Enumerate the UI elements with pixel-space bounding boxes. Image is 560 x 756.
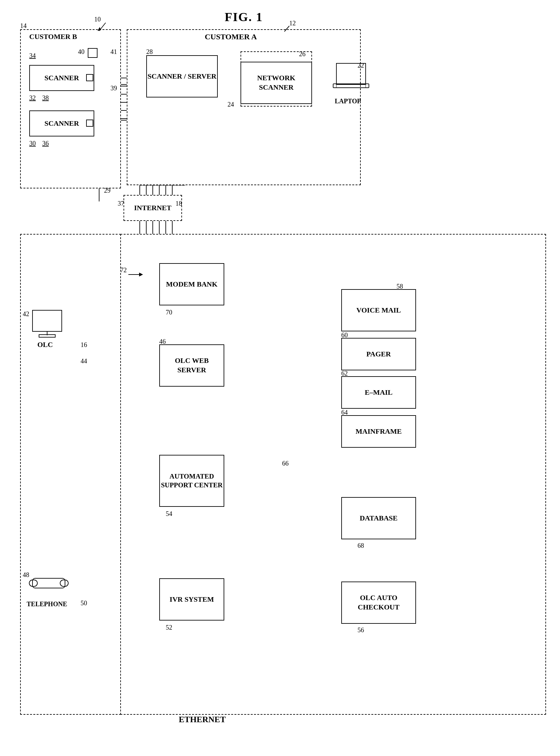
voice-mail-box: VOICE MAIL [341, 289, 416, 331]
ref-36: 36 [42, 140, 49, 147]
olc-web-server-label: OLC WEB SERVER [160, 356, 224, 374]
scanner1-box: SCANNER [29, 65, 94, 91]
svg-marker-46 [98, 27, 101, 31]
ref-68: 68 [358, 542, 364, 549]
ref-72: 72 [120, 266, 127, 274]
diagram: FIG. 1 CUSTOMER B 14 10 SCANNER 32 38 SC… [0, 0, 560, 756]
ethernet-label: ETHERNET [179, 715, 226, 724]
scanner-server-box: SCANNER / SERVER [146, 55, 218, 98]
ref-18: 18 [176, 200, 182, 207]
ref-24: 24 [227, 101, 234, 108]
ivr-system-box: IVR SYSTEM [159, 578, 224, 620]
ref-50: 50 [81, 599, 87, 607]
ivr-system-label: IVR SYSTEM [169, 595, 214, 604]
pager-box: PAGER [341, 338, 416, 370]
email-box: E–MAIL [341, 376, 416, 409]
scanner1-icon [86, 74, 93, 81]
customer-b-label: CUSTOMER B [29, 33, 77, 41]
olc-auto-checkout-label: OLC AUTO CHECKOUT [342, 593, 415, 612]
internet-label: INTERNET [134, 203, 172, 213]
ref-10-arrow [96, 21, 115, 34]
ref-34: 34 [29, 52, 36, 59]
ref-40: 40 [78, 48, 84, 56]
ref-39: 39 [111, 84, 117, 92]
figure-title: FIG. 1 [225, 10, 263, 24]
svg-rect-54 [33, 310, 62, 331]
olc-monitor-svg [29, 309, 68, 338]
ref-29: 29 [104, 187, 111, 194]
pager-label: PAGER [366, 350, 391, 359]
svg-marker-53 [139, 272, 143, 277]
laptop-area [332, 62, 374, 94]
scanner-server-label: SCANNER / SERVER [147, 72, 217, 81]
laptop-svg [332, 62, 374, 98]
ref-37: 37 [118, 200, 124, 207]
ref-72-arrow [127, 271, 143, 281]
ref-30: 30 [29, 140, 36, 147]
ref-46: 46 [159, 338, 166, 345]
ref-56: 56 [358, 626, 364, 634]
modem-bank-box: MODEM BANK [159, 263, 224, 305]
main-system-box [75, 234, 546, 715]
telephone-area [26, 572, 78, 604]
scanner2-icon [86, 120, 93, 127]
automated-support-center-label: AUTOMATED SUPPORT CENTER [160, 472, 224, 490]
mainframe-label: MAINFRAME [356, 427, 402, 436]
olc-customer-box [20, 234, 121, 715]
ref-12-arrow [283, 24, 299, 34]
ref-38: 38 [42, 94, 49, 102]
database-label: DATABASE [360, 514, 398, 523]
customer-a-label: CUSTOMER A [205, 33, 257, 41]
ref-32: 32 [29, 94, 36, 102]
modem-bank-label: MODEM BANK [166, 280, 217, 289]
svg-rect-59 [60, 580, 68, 587]
email-label: E–MAIL [365, 388, 393, 397]
database-box: DATABASE [341, 497, 416, 539]
ref-22: 22 [358, 62, 364, 69]
ref-54: 54 [166, 510, 172, 517]
ref-40-icon [88, 48, 98, 58]
telephone-label: TELEPHONE [27, 600, 67, 608]
internet-box: INTERNET [123, 195, 182, 221]
olc-monitor-area [29, 309, 68, 335]
ref-60: 60 [341, 331, 348, 339]
ref-52: 52 [166, 624, 172, 631]
ref-66: 66 [282, 460, 288, 467]
voice-mail-label: VOICE MAIL [356, 306, 401, 315]
svg-line-47 [284, 26, 289, 32]
scanner2-label: SCANNER [44, 119, 79, 128]
ref-58: 58 [397, 283, 403, 290]
network-scanner-dashed [241, 51, 312, 106]
ref-70: 70 [166, 309, 172, 316]
ref-26: 26 [299, 50, 305, 58]
ref-42: 42 [23, 310, 29, 318]
ref-48: 48 [23, 571, 29, 579]
ref-16: 16 [81, 341, 87, 349]
ref-41: 41 [111, 48, 117, 56]
ref-28: 28 [146, 48, 153, 56]
ref-62: 62 [341, 370, 348, 377]
mainframe-box: MAINFRAME [341, 415, 416, 448]
scanner2-box: SCANNER [29, 110, 94, 137]
ref-44: 44 [81, 357, 87, 365]
telephone-svg [26, 572, 78, 598]
olc-web-server-box: OLC WEB SERVER [159, 344, 224, 387]
ref-64: 64 [341, 409, 348, 416]
laptop-label: LAPTOP [335, 98, 361, 105]
svg-rect-58 [29, 580, 37, 587]
olc-auto-checkout-box: OLC AUTO CHECKOUT [341, 581, 416, 624]
scanner1-label: SCANNER [44, 74, 79, 83]
olc-label: OLC [37, 341, 53, 349]
ref-14: 14 [20, 22, 27, 29]
automated-support-center-box: AUTOMATED SUPPORT CENTER [159, 455, 224, 507]
